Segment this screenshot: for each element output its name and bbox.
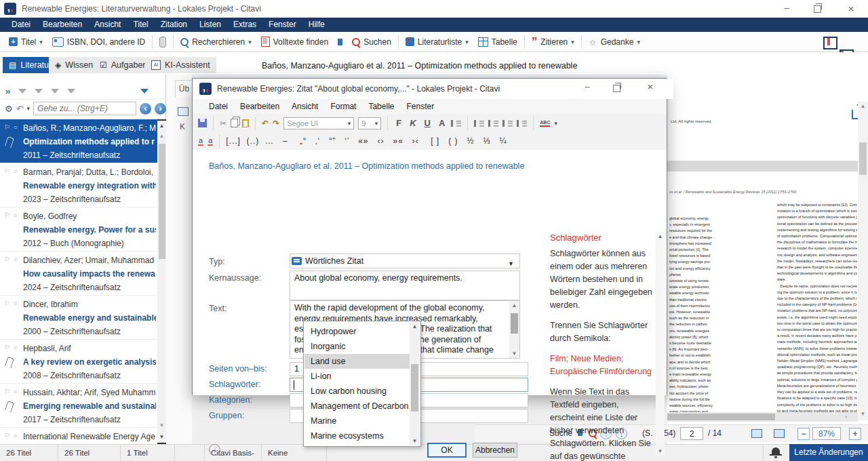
scroll-right-button[interactable]: › bbox=[845, 412, 847, 422]
filter-icon[interactable] bbox=[18, 89, 26, 94]
special-characters-row[interactable]: [...] (..) … – „“ ‚‘ “” ‘’ «» ‹› »« ›‹ [… bbox=[226, 136, 507, 146]
menu-ansicht[interactable]: Ansicht bbox=[88, 18, 127, 32]
layout-three-columns-button[interactable] bbox=[823, 37, 837, 49]
kernaussage-textarea[interactable]: About global economy, energy requirement… bbox=[290, 270, 520, 300]
scroll-up-button[interactable]: ▲ bbox=[509, 302, 519, 308]
tab-uebersicht-partial[interactable]: Üb bbox=[175, 80, 193, 97]
filter-group-icon[interactable] bbox=[67, 89, 75, 94]
scroll-up-button[interactable]: ▲ bbox=[858, 103, 868, 109]
dropdown-item[interactable]: Marine ecosystems bbox=[304, 428, 410, 443]
dropdown-item[interactable]: Low carbon housing bbox=[304, 384, 410, 399]
zoom-in-button[interactable]: + bbox=[849, 428, 861, 440]
italic-button[interactable]: K bbox=[408, 118, 418, 128]
typ-combobox[interactable]: Wörtliches Zitat ▼ bbox=[290, 254, 520, 268]
dropdown-item-highlighted[interactable]: Land use bbox=[304, 354, 410, 369]
scroll-down-button[interactable]: ▼ bbox=[509, 350, 519, 357]
info-icon[interactable]: i bbox=[209, 444, 220, 456]
titel-button[interactable]: + Titel ▾ bbox=[4, 34, 47, 50]
tab-ki-assistent[interactable]: AI KI-Assistent bbox=[145, 57, 216, 73]
pdf-vertical-scrollbar[interactable]: ▲ ▼ bbox=[858, 102, 868, 420]
text-scrollbar[interactable]: ▲ ▼ bbox=[509, 301, 519, 358]
scanner-button[interactable] bbox=[155, 34, 171, 50]
zoom-out-button[interactable]: − bbox=[797, 428, 810, 440]
zoom-level-value[interactable]: 87% bbox=[812, 427, 841, 440]
gedanke-button[interactable]: ☼ Gedanke ▾ bbox=[584, 34, 645, 50]
menu-hilfe[interactable]: Hilfe bbox=[302, 18, 331, 32]
reference-row-selected[interactable]: ⚐ ○ Baños, R.; Manzano-Agugliaro, F.; M … bbox=[0, 119, 157, 163]
suchen-button[interactable]: Suchen bbox=[333, 34, 396, 50]
recherchieren-button[interactable]: Recherchieren ▾ bbox=[176, 34, 256, 50]
scrollbar-thumb[interactable] bbox=[667, 414, 775, 420]
tab-wissen[interactable]: ◈ Wissen bbox=[49, 57, 99, 73]
dialog-close-button[interactable]: × bbox=[640, 81, 660, 92]
scroll-to-bottom-button[interactable]: ▼ bbox=[157, 432, 166, 444]
scroll-up-button[interactable]: ▲ bbox=[656, 233, 665, 239]
uppercase-icon[interactable]: a bbox=[208, 137, 213, 146]
filter-task-icon[interactable] bbox=[51, 89, 59, 94]
dialog-reference-link[interactable]: Baños, Manzano-Agugliaro et al. 2011 – O… bbox=[209, 161, 589, 171]
undo-icon[interactable]: ↶ bbox=[262, 119, 269, 128]
numbered-list-icon[interactable] bbox=[488, 120, 498, 127]
indent-icon[interactable] bbox=[517, 120, 527, 127]
font-family-select[interactable]: Segoe UI ▾ bbox=[283, 117, 354, 129]
reference-row[interactable]: ⚐ ○ Dincer, Ibrahim Renewable energy and… bbox=[0, 296, 157, 340]
dialog-menu-tabelle[interactable]: Tabelle bbox=[363, 102, 399, 111]
lowercase-icon[interactable]: a bbox=[198, 137, 203, 146]
underline-button[interactable]: U bbox=[422, 118, 433, 128]
copy-icon[interactable] bbox=[231, 119, 238, 127]
minimize-button[interactable]: – bbox=[776, 3, 797, 13]
dropdown-item[interactable]: Li-ion bbox=[304, 369, 410, 384]
font-color-button[interactable]: A bbox=[437, 118, 447, 128]
fit-width-icon[interactable] bbox=[751, 429, 762, 438]
reference-row[interactable]: ⚐ ○ Boyle, Godfrey Renewable energy. Pow… bbox=[0, 207, 157, 252]
scrollbar-thumb[interactable] bbox=[411, 364, 418, 412]
menu-datei[interactable]: Datei bbox=[5, 18, 37, 32]
dialog-menu-bearbeiten[interactable]: Bearbeiten bbox=[235, 102, 285, 111]
expand-panel-icon[interactable]: » bbox=[5, 86, 10, 96]
filter-funnel-icon[interactable] bbox=[140, 89, 149, 94]
paste-icon[interactable] bbox=[242, 119, 249, 127]
menu-zitation[interactable]: Zitation bbox=[155, 18, 193, 32]
ok-button[interactable]: OK bbox=[427, 443, 467, 458]
scrollbar-thumb[interactable] bbox=[511, 313, 518, 334]
scroll-down-button[interactable]: ▼ bbox=[656, 448, 665, 454]
letzte-aenderungen-button[interactable]: Letzte Änderungen bbox=[789, 444, 868, 461]
scrollbar-thumb[interactable] bbox=[159, 144, 165, 259]
navigate-forward-button[interactable]: › bbox=[155, 103, 166, 115]
close-button[interactable]: × bbox=[841, 3, 861, 14]
tabelle-button[interactable]: Tabelle bbox=[473, 34, 522, 50]
reference-row[interactable]: ⚐ ○ Hepbasli, Arif A key review on exerg… bbox=[0, 340, 157, 384]
reference-row[interactable]: ⚐ ○ Hussain, Akhtar; Arif, Syed Muhamm E… bbox=[0, 384, 157, 428]
chevron-down-icon[interactable]: ▾ bbox=[27, 105, 31, 112]
bell-icon[interactable] bbox=[772, 447, 780, 454]
cancel-button[interactable]: Abbrechen bbox=[473, 443, 517, 458]
dropdown-item[interactable]: Marine bbox=[304, 414, 410, 428]
help-scrollbar[interactable]: ▲ ▼ bbox=[656, 232, 665, 456]
zitieren-button[interactable]: ” Zitieren ▾ bbox=[527, 34, 579, 50]
scroll-to-top-button[interactable]: ▲ bbox=[157, 119, 166, 132]
navigate-back-button[interactable]: ‹ bbox=[140, 103, 151, 115]
font-size-select[interactable]: 9 ▾ bbox=[358, 117, 381, 129]
menu-bearbeiten[interactable]: Bearbeiten bbox=[37, 18, 88, 32]
spellcheck-icon[interactable]: ABC bbox=[540, 119, 550, 127]
dropdown-item[interactable]: Hydropower bbox=[304, 324, 410, 339]
sync-icon[interactable]: ↶ bbox=[16, 104, 24, 113]
dialog-menu-fenster[interactable]: Fenster bbox=[401, 102, 439, 111]
menu-extras[interactable]: Extras bbox=[227, 18, 262, 32]
dialog-menu-format[interactable]: Format bbox=[325, 102, 361, 111]
dialog-menu-datei[interactable]: Datei bbox=[203, 102, 233, 111]
filter-flag-icon[interactable] bbox=[35, 89, 43, 94]
outdent-icon[interactable] bbox=[502, 120, 513, 127]
scrollbar-thumb[interactable] bbox=[859, 142, 867, 175]
fit-page-icon[interactable] bbox=[774, 429, 785, 438]
bullet-list-icon[interactable] bbox=[474, 120, 484, 127]
save-icon[interactable] bbox=[198, 119, 207, 127]
gear-icon[interactable]: ⚙ bbox=[5, 104, 13, 113]
dialog-restore-button[interactable] bbox=[613, 85, 620, 94]
scroll-down-button[interactable]: ▼ bbox=[858, 411, 868, 417]
paragraph-marks-icon[interactable] bbox=[451, 120, 461, 127]
scroll-up-button[interactable]: ▲ bbox=[157, 131, 166, 142]
menu-titel[interactable]: Titel bbox=[127, 18, 154, 32]
dropdown-item[interactable]: Inorganic bbox=[304, 339, 410, 354]
menu-fenster[interactable]: Fenster bbox=[262, 18, 302, 32]
